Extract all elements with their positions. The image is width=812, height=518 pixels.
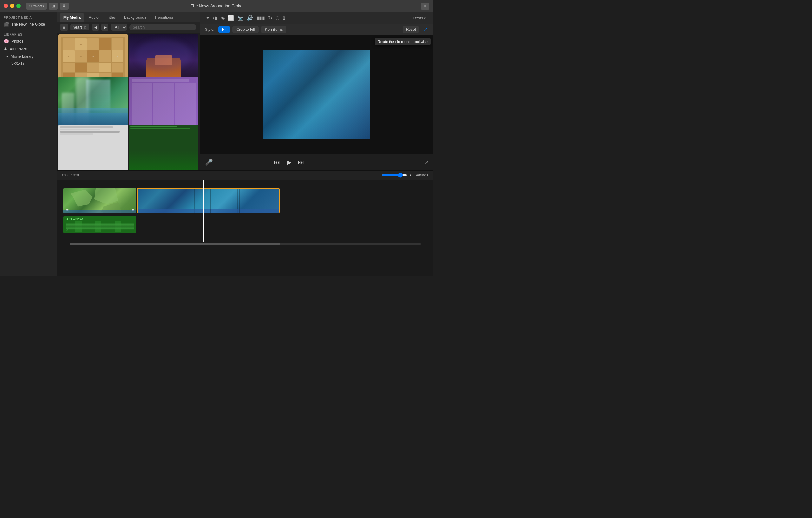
expand-icon[interactable]: ⤢	[424, 159, 428, 165]
all-events-label: All Events	[10, 47, 27, 51]
media-thumb-purple[interactable]	[129, 77, 199, 129]
timeline-header: 0:05 / 0:06 ▲ Settings	[57, 171, 433, 180]
media-thumb-screenshot[interactable]	[58, 125, 128, 170]
sidebar: PROJECT MEDIA 🎬 The New...he Globe LIBRA…	[0, 12, 57, 275]
zoom-mountain-icon: ▲	[409, 173, 413, 178]
back-label: Projects	[31, 4, 44, 8]
maximize-button[interactable]	[17, 4, 21, 8]
audio-clip[interactable]: 3.3s – News ♪	[63, 216, 136, 233]
view-toggle-button[interactable]: ⊞	[49, 3, 58, 9]
magic-wand-icon[interactable]: ✦	[205, 14, 211, 22]
preview-panel: ✦ ◑ ◈ ⬜ 📷 🔊 ▮▮▮ ↻ ⬡ ℹ Reset All	[200, 12, 433, 170]
preview-video	[263, 50, 371, 139]
camera-icon[interactable]: 📷	[236, 14, 244, 22]
media-thumb-green[interactable]	[129, 125, 199, 170]
media-grid: A EROIU	[57, 33, 200, 170]
zoom-slider[interactable]	[382, 173, 407, 178]
chevron-left-icon: ‹	[29, 4, 30, 8]
preview-controls: 🎤 ⏮ ▶ ⏭ ⤢	[200, 154, 433, 170]
sidebar-item-project[interactable]: 🎬 The New...he Globe	[0, 20, 57, 28]
timeline-content: ◀ ▶	[57, 180, 433, 275]
film-icon: 🎬	[4, 22, 9, 27]
scrollbar-thumb[interactable]	[70, 243, 281, 245]
toolbar-icon-group: ✦ ◑ ◈ ⬜ 📷 🔊 ▮▮▮ ↻ ⬡ ℹ	[205, 14, 286, 22]
360-icon[interactable]: ⬡	[274, 14, 281, 22]
play-button[interactable]: ▶	[284, 157, 294, 167]
project-media-title: PROJECT MEDIA	[0, 14, 57, 20]
sidebar-item-photos[interactable]: 🌸 Photos	[0, 37, 57, 45]
window-title: The News Around the Globe	[191, 3, 242, 8]
date-label: 5-31-19	[11, 61, 24, 66]
media-toolbar: My Media Audio Titles Backgrounds Transi…	[57, 12, 200, 22]
tab-titles[interactable]: Titles	[103, 13, 120, 22]
filter-select[interactable]: All	[111, 24, 127, 31]
style-crop-button[interactable]: Crop to Fill	[232, 26, 259, 33]
stabilize-icon[interactable]: ↻	[267, 14, 273, 22]
timeline-section: 0:05 / 0:06 ▲ Settings	[57, 171, 433, 275]
minimize-button[interactable]	[10, 4, 14, 8]
preview-toolbar: ✦ ◑ ◈ ⬜ 📷 🔊 ▮▮▮ ↻ ⬡ ℹ Reset All	[200, 12, 433, 24]
audio-track: 3.3s – News ♪	[57, 216, 433, 238]
tab-transitions[interactable]: Transitions	[151, 13, 177, 22]
nav-left-button[interactable]: ◀	[92, 24, 99, 31]
style-label: Style:	[205, 27, 214, 32]
imovie-library-label: iMovie Library	[10, 54, 34, 59]
zoom-controls: ▲ Settings	[382, 173, 428, 178]
crop-icon[interactable]: ⬜	[227, 14, 235, 22]
tab-audio[interactable]: Audio	[85, 13, 103, 22]
photos-label: Photos	[11, 39, 23, 44]
scrollbar-container	[57, 242, 433, 247]
content-area: My Media Audio Titles Backgrounds Transi…	[57, 12, 433, 275]
titlebar: ‹ Projects ⊞ ⬇ The News Around the Globe…	[0, 0, 433, 12]
media-tabs: My Media Audio Titles Backgrounds Transi…	[57, 12, 200, 22]
years-label: Years	[73, 25, 83, 29]
time-total: 0:06	[72, 173, 80, 178]
speed-icon[interactable]: ▮▮▮	[255, 14, 266, 22]
tooltip-rotate: Rotate the clip counterclockwise	[375, 38, 431, 46]
years-selector[interactable]: Years ⇅	[70, 24, 89, 30]
style-kenburns-button[interactable]: Ken Burns	[261, 26, 286, 33]
skip-back-button[interactable]: ⏮	[271, 158, 283, 167]
titlebar-right: ⬆	[420, 3, 430, 9]
color-icon[interactable]: ◑	[212, 14, 219, 22]
search-input[interactable]	[129, 24, 196, 30]
all-events-icon: ✚	[4, 47, 7, 51]
info-icon[interactable]: ℹ	[282, 14, 286, 22]
skip-forward-button[interactable]: ⏭	[295, 158, 307, 167]
clip-frame	[138, 189, 279, 213]
media-browser: My Media Audio Titles Backgrounds Transi…	[57, 12, 200, 170]
back-projects-button[interactable]: ‹ Projects	[26, 3, 47, 9]
style-toolbar: Style: Fit Crop to Fill Ken Burns Reset …	[200, 24, 433, 35]
download-button[interactable]: ⬇	[60, 3, 68, 9]
audio-waveform	[66, 221, 134, 232]
years-arrows-icon: ⇅	[84, 25, 87, 29]
sidebar-item-5-31-19[interactable]: 5-31-19	[0, 60, 57, 67]
tab-my-media[interactable]: My Media	[60, 13, 84, 22]
playback-controls: ⏮ ▶ ⏭	[271, 157, 307, 167]
volume-icon[interactable]: 🔊	[246, 14, 254, 22]
titlebar-controls: ‹ Projects ⊞ ⬇	[26, 3, 68, 9]
clip-waterfall-selected[interactable]	[137, 188, 280, 213]
tab-backgrounds[interactable]: Backgrounds	[120, 13, 150, 22]
libraries-title: LIBRARIES	[0, 31, 57, 37]
settings-button[interactable]: Settings	[414, 173, 428, 178]
sidebar-item-all-events[interactable]: ✚ All Events	[0, 45, 57, 53]
reset-button[interactable]: Reset	[403, 26, 419, 33]
sidebar-item-imovie-library[interactable]: ▾ iMovie Library	[0, 53, 57, 60]
confirm-checkmark[interactable]: ✓	[424, 26, 428, 33]
style-fit-button[interactable]: Fit	[218, 26, 230, 33]
microphone-icon[interactable]: 🎤	[205, 158, 213, 166]
audio-clip-label: 3.3s – News	[66, 217, 134, 221]
reset-all-button[interactable]: Reset All	[413, 16, 428, 20]
share-button[interactable]: ⬆	[420, 3, 430, 9]
photos-icon: 🌸	[4, 39, 9, 44]
timeline-scrollbar[interactable]	[70, 243, 420, 245]
media-thumb-waterfall[interactable]	[58, 77, 128, 129]
filter-icon[interactable]: ◈	[220, 14, 226, 22]
top-section: My Media Audio Titles Backgrounds Transi…	[57, 12, 433, 171]
clip-world-map[interactable]: ◀ ▶	[63, 188, 136, 213]
playhead[interactable]	[203, 180, 204, 242]
close-button[interactable]	[4, 4, 8, 8]
sidebar-toggle-button[interactable]: ⊟	[60, 24, 68, 31]
nav-right-button[interactable]: ▶	[102, 24, 109, 31]
